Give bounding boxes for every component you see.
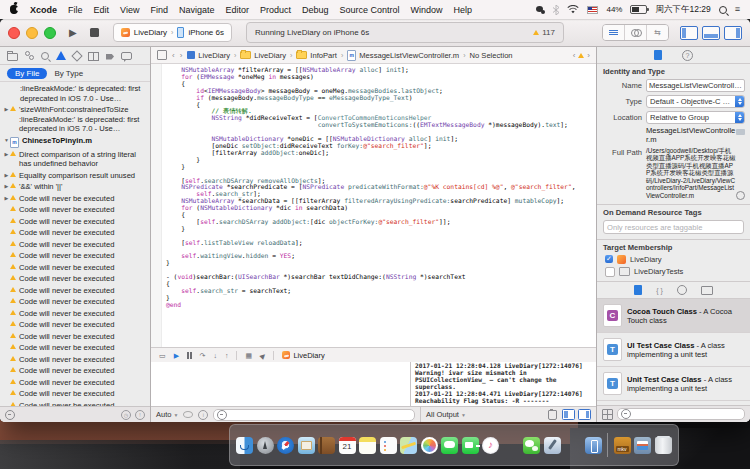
calendar-dock-icon[interactable] xyxy=(339,437,356,454)
minimize-window-button[interactable] xyxy=(26,27,38,39)
filter-icon[interactable] xyxy=(5,410,15,420)
photos-dock-icon[interactable] xyxy=(421,437,438,454)
close-window-button[interactable] xyxy=(8,27,20,39)
folder-downloads-dock-icon[interactable] xyxy=(634,437,651,454)
toggle-debug-area-button[interactable] xyxy=(702,26,720,40)
assistant-editor-button[interactable] xyxy=(625,25,647,40)
wifi-icon[interactable] xyxy=(567,5,579,14)
related-items-icon[interactable] xyxy=(157,50,167,60)
hide-debug-area-button[interactable]: ▭ xyxy=(159,352,166,359)
issue-row[interactable]: ▶'sizeWithFont:constrainedToSize :lineBr… xyxy=(0,104,150,135)
contacts-dock-icon[interactable] xyxy=(318,437,335,454)
cloud-drive-dock-icon[interactable] xyxy=(564,437,581,454)
issue-row[interactable]: Code will never be executed xyxy=(0,262,150,274)
disclosure-icon[interactable]: ▶ xyxy=(3,182,10,191)
maps-dock-icon[interactable] xyxy=(400,437,417,454)
wechat-dock-icon[interactable] xyxy=(523,437,540,454)
finder-dock-icon[interactable] xyxy=(236,437,253,454)
print-description-icon[interactable]: i xyxy=(198,410,208,420)
bluetooth-icon[interactable] xyxy=(553,5,559,15)
disclosure-icon[interactable]: ▶ xyxy=(3,194,10,203)
type-dropdown[interactable]: Default - Objective-C So... xyxy=(646,95,745,108)
itunes-dock-icon[interactable] xyxy=(482,437,499,454)
trash-dock-icon[interactable] xyxy=(655,437,672,454)
debug-process-chip[interactable]: LiveDiary xyxy=(282,351,324,360)
pause-button[interactable] xyxy=(187,352,192,359)
issue-row[interactable]: ▶Code will never be executed xyxy=(0,193,150,205)
grid-view-icon[interactable] xyxy=(602,409,613,420)
step-into-button[interactable]: ↓ xyxy=(213,352,217,359)
issue-row[interactable]: Code will never be executed xyxy=(0,296,150,308)
disclosure-icon[interactable]: ▼ xyxy=(3,136,10,145)
step-out-button[interactable]: ↑ xyxy=(225,352,229,359)
next-issue-button[interactable]: › xyxy=(587,51,590,60)
issue-row[interactable]: Code will never be executed xyxy=(0,285,150,297)
issue-row[interactable]: Code will never be executed xyxy=(0,365,150,377)
help-inspector-icon[interactable]: ? xyxy=(682,50,693,61)
breakpoints-toggle-button[interactable]: ▶ xyxy=(174,352,179,359)
media-library-icon[interactable] xyxy=(701,286,713,295)
object-library-icon[interactable] xyxy=(677,285,687,295)
source-control-navigator-icon[interactable] xyxy=(25,51,34,60)
menu-item-window[interactable]: Window xyxy=(411,5,443,15)
standard-editor-button[interactable] xyxy=(603,25,625,40)
messages-dock-icon[interactable] xyxy=(441,437,458,454)
show-variables-button[interactable] xyxy=(562,409,575,420)
issue-row[interactable]: Code will never be executed xyxy=(0,273,150,285)
notification-center-icon[interactable]: ≡ xyxy=(735,5,740,14)
menu-item-view[interactable]: View xyxy=(120,5,139,15)
name-field[interactable]: MessageListViewController.m xyxy=(646,79,745,92)
menu-item-source-control[interactable]: Source Control xyxy=(340,5,400,15)
library-item[interactable]: CCocoa Touch Class - A Cocoa Touch class xyxy=(597,299,750,333)
menu-clock[interactable]: 周六下午12:29 xyxy=(655,4,710,16)
step-over-button[interactable]: ↷ xyxy=(200,352,206,359)
tab-by-type[interactable]: By Type xyxy=(54,69,83,78)
console-scope-menu[interactable]: All Output ▼ xyxy=(426,410,466,419)
issue-row[interactable]: ▶Direct comparison of a string literal h… xyxy=(0,149,150,170)
quicklook-icon[interactable] xyxy=(183,411,193,418)
file-template-library-icon[interactable] xyxy=(634,285,642,295)
stop-button[interactable] xyxy=(90,28,99,37)
menu-item-xcode[interactable]: Xcode xyxy=(30,5,57,15)
xcode-dock-icon[interactable] xyxy=(544,437,561,454)
code-text[interactable]: NSMutableArray *filterArray = [[NSMutabl… xyxy=(162,64,596,347)
test-navigator-icon[interactable] xyxy=(71,50,82,61)
toggle-navigator-button[interactable] xyxy=(680,26,698,40)
go-back-button[interactable]: ‹ xyxy=(172,51,175,60)
issue-row[interactable]: ▶Equality comparison result unused xyxy=(0,170,150,182)
find-navigator-icon[interactable] xyxy=(41,52,49,60)
source-editor[interactable]: NSMutableArray *filterArray = [[NSMutabl… xyxy=(151,64,596,347)
folder-mkv-dock-icon[interactable] xyxy=(614,437,631,454)
menu-item-file[interactable]: File xyxy=(68,5,83,15)
disclosure-icon[interactable]: ▶ xyxy=(3,105,10,114)
variables-view[interactable] xyxy=(151,362,411,406)
go-forward-button[interactable]: › xyxy=(180,51,183,60)
launchpad-dock-icon[interactable] xyxy=(257,437,274,454)
breadcrumb-item-1[interactable]: LiveDiary xyxy=(187,51,230,60)
breadcrumb-item-3[interactable]: InfoPart xyxy=(296,51,337,60)
reminders-dock-icon[interactable] xyxy=(380,437,397,454)
issue-row[interactable]: Code will never be executed xyxy=(0,331,150,343)
issue-row[interactable]: Code will never be executed xyxy=(0,354,150,366)
code-snippet-library-icon[interactable]: { } xyxy=(656,287,663,294)
issue-row[interactable]: Code will never be executed xyxy=(0,204,150,216)
apple-menu-icon[interactable] xyxy=(10,5,18,14)
menu-item-help[interactable]: Help xyxy=(454,5,473,15)
console-output[interactable]: 2017-01-21 12:28:04.128 LiveDiary[1272:1… xyxy=(411,362,596,406)
variables-scope-menu[interactable]: Auto ▼ xyxy=(156,410,178,419)
zoom-window-button[interactable] xyxy=(44,27,56,39)
mail-dock-icon[interactable] xyxy=(298,437,315,454)
breakpoint-navigator-icon[interactable] xyxy=(106,54,114,60)
code-fold-ribbon[interactable] xyxy=(151,64,162,347)
odr-tags-field[interactable]: Only resources are taggable xyxy=(603,220,744,234)
issue-row[interactable]: Code will never be executed xyxy=(0,216,150,228)
issue-row[interactable]: Code will never be executed xyxy=(0,239,150,251)
battery-icon[interactable] xyxy=(630,5,647,14)
breadcrumb-item-5[interactable]: No Selection xyxy=(470,51,513,60)
clear-console-button[interactable] xyxy=(548,410,557,420)
simulator-dock-icon[interactable] xyxy=(585,437,602,454)
project-navigator-icon[interactable] xyxy=(7,53,18,61)
issue-navigator-icon[interactable] xyxy=(56,51,66,60)
issue-row[interactable]: Code will never be executed xyxy=(0,377,150,389)
view-hierarchy-button[interactable]: ▦ xyxy=(245,352,252,359)
